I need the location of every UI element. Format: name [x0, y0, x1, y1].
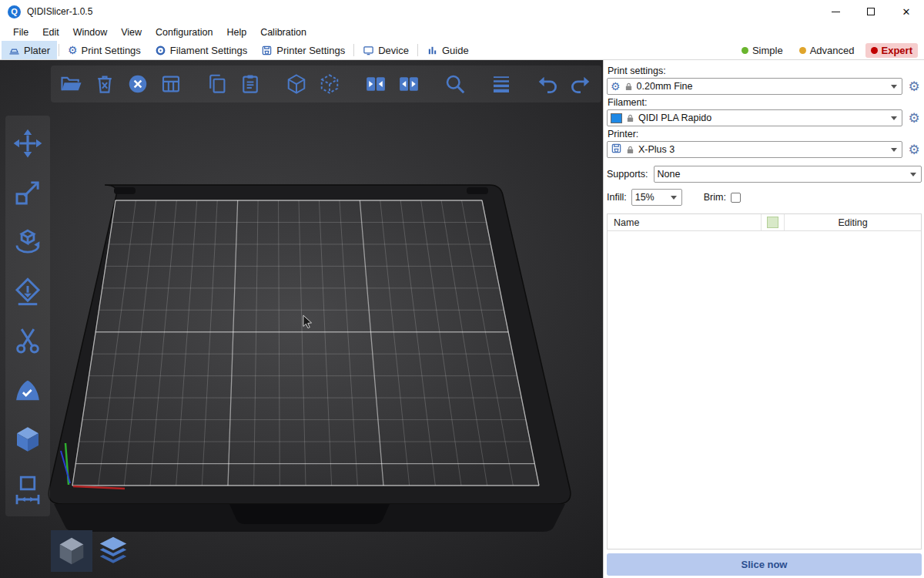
- print-settings-gear-button[interactable]: ⚙: [906, 80, 922, 93]
- scale-button[interactable]: [11, 176, 45, 210]
- plater-toolbar: [51, 66, 601, 102]
- preview-layers-icon: [95, 533, 131, 569]
- add-instance-button[interactable]: [283, 71, 310, 97]
- column-header-editing[interactable]: Editing: [785, 214, 921, 230]
- menu-help[interactable]: Help: [219, 27, 253, 38]
- undo-button[interactable]: [534, 71, 561, 97]
- bed-handle-notch: [229, 504, 390, 524]
- tab-printer-settings[interactable]: Printer Settings: [254, 41, 352, 59]
- close-button[interactable]: ✕: [889, 0, 924, 23]
- minimize-icon: [832, 12, 840, 12]
- delete-button[interactable]: [92, 71, 118, 97]
- printer-combo[interactable]: X-Plus 3: [607, 141, 902, 158]
- close-icon: ✕: [902, 6, 911, 18]
- supports-row: Supports: None: [607, 166, 922, 183]
- tab-label: Guide: [442, 45, 469, 56]
- 3d-editor-view-button[interactable]: [51, 530, 92, 572]
- tab-plater[interactable]: Plater: [2, 41, 57, 59]
- tab-device[interactable]: Device: [356, 41, 416, 59]
- split-to-objects-button[interactable]: [363, 71, 389, 97]
- chevron-down-icon: [891, 85, 897, 89]
- print-settings-row: ⚙ 0.20mm Fine ⚙: [607, 78, 922, 95]
- paste-button[interactable]: [237, 71, 263, 97]
- titlebar: Q QIDISlicer-1.0.5 ✕: [0, 0, 924, 23]
- menu-configuration[interactable]: Configuration: [149, 27, 219, 38]
- printer-icon: [261, 45, 273, 56]
- 3d-editor-view-icon: [54, 533, 89, 569]
- brim-checkbox[interactable]: [731, 193, 741, 203]
- column-header-name[interactable]: Name: [608, 214, 762, 230]
- printer-label: Printer:: [608, 129, 922, 139]
- copy-button[interactable]: [204, 71, 230, 97]
- tab-guide[interactable]: Guide: [420, 41, 476, 59]
- menu-view[interactable]: View: [114, 27, 149, 38]
- slice-now-button[interactable]: Slice now: [607, 553, 922, 576]
- maximize-button[interactable]: [853, 0, 889, 23]
- cut-button[interactable]: [11, 324, 45, 358]
- mouse-cursor: [303, 314, 315, 331]
- paint-supports-icon: [12, 374, 44, 406]
- filament-combo[interactable]: QIDI PLA Rapido: [607, 109, 902, 126]
- split-to-parts-button[interactable]: [396, 71, 422, 97]
- search-button[interactable]: [442, 71, 468, 97]
- filament-label: Filament:: [608, 97, 922, 108]
- preview-button[interactable]: [92, 530, 134, 572]
- tab-filament-settings[interactable]: Filament Settings: [148, 41, 254, 59]
- object-list: Name Editing: [607, 213, 922, 549]
- rotate-button[interactable]: [11, 225, 45, 259]
- filament-gear-button[interactable]: ⚙: [906, 112, 922, 125]
- bed-surface: [72, 200, 539, 486]
- print-settings-combo[interactable]: ⚙ 0.20mm Fine: [607, 78, 902, 95]
- place-on-face-button[interactable]: [11, 274, 45, 308]
- mode-expert[interactable]: Expert: [865, 43, 918, 58]
- redo-button[interactable]: [567, 71, 594, 97]
- chevron-down-icon: [891, 148, 897, 152]
- menu-window[interactable]: Window: [66, 27, 114, 38]
- variable-layer-height-icon: [490, 72, 513, 96]
- tab-print-settings[interactable]: ⚙ Print Settings: [61, 41, 148, 59]
- minimize-button[interactable]: [818, 0, 853, 23]
- paint-supports-button[interactable]: [11, 373, 45, 407]
- main-area: Print settings: ⚙ 0.20mm Fine ⚙ Filament…: [0, 60, 924, 578]
- mode-simple[interactable]: Simple: [736, 43, 788, 58]
- viewport-3d[interactable]: [0, 60, 603, 578]
- app-logo-icon: Q: [8, 5, 21, 18]
- tab-separator: [59, 44, 59, 56]
- variable-layer-height-button[interactable]: [488, 71, 514, 97]
- printer-gear-button[interactable]: ⚙: [906, 143, 922, 156]
- simple-mode-dot-icon: [742, 47, 748, 54]
- move-button[interactable]: [11, 126, 45, 160]
- supports-combo[interactable]: None: [654, 166, 922, 183]
- device-icon: [363, 45, 374, 56]
- infill-combo[interactable]: 15%: [631, 189, 682, 206]
- open-folder-button[interactable]: [59, 71, 85, 97]
- tab-label: Printer Settings: [276, 45, 345, 56]
- window-controls: ✕: [818, 0, 924, 23]
- supports-label: Supports:: [607, 169, 648, 180]
- lock-icon: [624, 82, 633, 91]
- remove-instance-button[interactable]: [316, 71, 343, 97]
- infill-row: Infill: 15% Brim:: [607, 189, 922, 206]
- mode-label: Advanced: [810, 45, 855, 56]
- arrange-button[interactable]: [158, 71, 184, 97]
- menu-edit[interactable]: Edit: [35, 27, 66, 38]
- delete-all-button[interactable]: [125, 71, 151, 97]
- sidebar: Print settings: ⚙ 0.20mm Fine ⚙ Filament…: [603, 60, 924, 578]
- tabbar: Plater ⚙ Print Settings Filament Setting…: [0, 41, 924, 60]
- advanced-mode-dot-icon: [799, 47, 806, 54]
- measure-button[interactable]: [11, 472, 45, 506]
- filament-value: QIDI PLA Rapido: [638, 113, 887, 123]
- column-header-extruder[interactable]: [762, 214, 785, 230]
- seam-button[interactable]: [11, 422, 45, 456]
- object-list-body[interactable]: [608, 231, 921, 549]
- menubar: File Edit Window View Configuration Help…: [0, 23, 924, 41]
- print-bed: [0, 60, 603, 578]
- delete-icon: [93, 72, 116, 96]
- menu-file[interactable]: File: [6, 27, 35, 38]
- printer-row: X-Plus 3 ⚙: [607, 141, 922, 158]
- menu-calibration[interactable]: Calibration: [253, 27, 313, 38]
- view-toolbar: [51, 530, 134, 572]
- mode-switcher: Simple Advanced Expert: [736, 41, 924, 59]
- mode-advanced[interactable]: Advanced: [794, 43, 860, 58]
- print-settings-label: Print settings:: [608, 66, 922, 76]
